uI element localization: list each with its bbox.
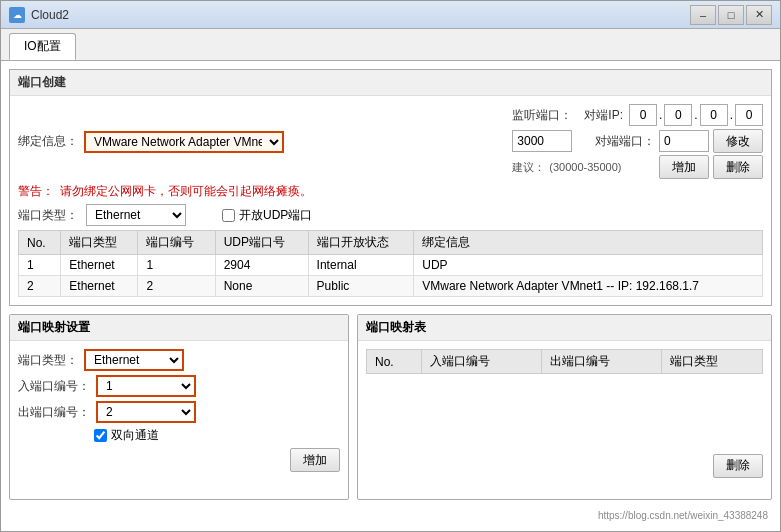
col-type: 端口类型 bbox=[661, 350, 762, 374]
mapping-table: No. 入端口编号 出端口编号 端口类型 bbox=[366, 349, 763, 434]
remote-ip-group: . . . bbox=[629, 104, 763, 126]
mapping-table-header: No. 入端口编号 出端口编号 端口类型 bbox=[367, 350, 763, 374]
remote-ip-label: 对端IP: bbox=[584, 107, 623, 124]
footer-url: https://blog.csdn.net/weixin_43388248 bbox=[598, 510, 768, 521]
col-in: 入端口编号 bbox=[422, 350, 542, 374]
cell-num: 2 bbox=[138, 276, 215, 297]
port-type-select[interactable]: Ethernet bbox=[86, 204, 186, 226]
cell-type: Ethernet bbox=[61, 276, 138, 297]
port-table-section: No. 端口类型 端口编号 UDP端口号 端口开放状态 绑定信息 1 bbox=[18, 230, 763, 297]
mapping-delete-row: 删除 bbox=[366, 454, 763, 478]
port-create-body: 绑定信息： VMware Network Adapter VMnet1 -- I… bbox=[10, 96, 771, 305]
udp-label: 开放UDP端口 bbox=[239, 207, 312, 224]
remote-ip-4[interactable] bbox=[735, 104, 763, 126]
listen-port-label: 监听端口： bbox=[512, 107, 572, 124]
binding-select[interactable]: VMware Network Adapter VMnet1 -- IP: 192… bbox=[84, 131, 284, 153]
cell-binding: VMware Network Adapter VMnet1 -- IP: 192… bbox=[414, 276, 763, 297]
remote-ip-1[interactable] bbox=[629, 104, 657, 126]
cell-status: Internal bbox=[308, 255, 414, 276]
cell-status: Public bbox=[308, 276, 414, 297]
mapping-settings-body: 端口类型： Ethernet 入端口编号： 1 2 bbox=[10, 341, 348, 480]
out-port-row: 出端口编号： 2 1 bbox=[18, 401, 340, 423]
title-bar: ☁ Cloud2 – □ ✕ bbox=[1, 1, 780, 29]
out-port-select[interactable]: 2 1 bbox=[96, 401, 196, 423]
in-port-select[interactable]: 1 2 bbox=[96, 375, 196, 397]
port-mapping-settings: 端口映射设置 端口类型： Ethernet 入端口编号： bbox=[9, 314, 349, 500]
mapping-type-label: 端口类型： bbox=[18, 352, 78, 369]
main-window: ☁ Cloud2 – □ ✕ IO配置 端口创建 绑定信息： VMware Ne… bbox=[0, 0, 781, 532]
table-header: No. 端口类型 端口编号 UDP端口号 端口开放状态 绑定信息 bbox=[19, 231, 763, 255]
udp-checkbox[interactable] bbox=[222, 209, 235, 222]
warning-row: 警告： 请勿绑定公网网卡，否则可能会引起网络瘫痪。 bbox=[18, 183, 763, 200]
col-out: 出端口编号 bbox=[542, 350, 662, 374]
window-icon: ☁ bbox=[9, 7, 25, 23]
mapping-delete-button[interactable]: 删除 bbox=[713, 454, 763, 478]
bidirectional-checkbox[interactable] bbox=[94, 429, 107, 442]
binding-row: 绑定信息： VMware Network Adapter VMnet1 -- I… bbox=[18, 104, 763, 179]
col-num: 端口编号 bbox=[138, 231, 215, 255]
col-status: 端口开放状态 bbox=[308, 231, 414, 255]
remote-ip-2[interactable] bbox=[664, 104, 692, 126]
cell-binding: UDP bbox=[414, 255, 763, 276]
cell-udp: 2904 bbox=[215, 255, 308, 276]
suggest-range: (30000-35000) bbox=[549, 161, 621, 173]
main-content: 端口创建 绑定信息： VMware Network Adapter VMnet1… bbox=[1, 60, 780, 531]
listen-port-input[interactable] bbox=[512, 130, 572, 152]
out-port-label: 出端口编号： bbox=[18, 404, 90, 421]
port-create-section: 端口创建 绑定信息： VMware Network Adapter VMnet1… bbox=[9, 69, 772, 306]
tab-bar: IO配置 bbox=[1, 29, 780, 60]
in-port-row: 入端口编号： 1 2 bbox=[18, 375, 340, 397]
mapping-type-select[interactable]: Ethernet bbox=[84, 349, 184, 371]
cell-no: 1 bbox=[19, 255, 61, 276]
mapping-settings-title: 端口映射设置 bbox=[10, 315, 348, 341]
bidirectional-row: 双向通道 bbox=[18, 427, 340, 444]
footer: https://blog.csdn.net/weixin_43388248 bbox=[9, 508, 772, 523]
title-bar-buttons: – □ ✕ bbox=[690, 5, 772, 25]
maximize-button[interactable]: □ bbox=[718, 5, 744, 25]
mapping-empty-row bbox=[367, 374, 763, 434]
cell-type: Ethernet bbox=[61, 255, 138, 276]
cell-udp: None bbox=[215, 276, 308, 297]
col-no: No. bbox=[367, 350, 422, 374]
col-binding: 绑定信息 bbox=[414, 231, 763, 255]
tab-io-config[interactable]: IO配置 bbox=[9, 33, 76, 60]
bidirectional-text: 双向通道 bbox=[111, 427, 159, 444]
remote-port-label: 对端端口： bbox=[595, 133, 655, 150]
port-create-title: 端口创建 bbox=[10, 70, 771, 96]
mapping-type-row: 端口类型： Ethernet bbox=[18, 349, 340, 371]
warning-label: 警告： bbox=[18, 183, 54, 200]
col-udp: UDP端口号 bbox=[215, 231, 308, 255]
bottom-section: 端口映射设置 端口类型： Ethernet 入端口编号： bbox=[9, 314, 772, 500]
table-row[interactable]: 2 Ethernet 2 None Public VMware Network … bbox=[19, 276, 763, 297]
mapping-table-title: 端口映射表 bbox=[358, 315, 771, 341]
mapping-add-button[interactable]: 增加 bbox=[290, 448, 340, 472]
suggest-text: 建议： bbox=[512, 160, 545, 175]
in-port-label: 入端口编号： bbox=[18, 378, 90, 395]
mapping-table-body: No. 入端口编号 出端口编号 端口类型 bbox=[358, 341, 771, 486]
close-button[interactable]: ✕ bbox=[746, 5, 772, 25]
bidirectional-label[interactable]: 双向通道 bbox=[94, 427, 159, 444]
cell-num: 1 bbox=[138, 255, 215, 276]
col-type: 端口类型 bbox=[61, 231, 138, 255]
add-button-top[interactable]: 增加 bbox=[659, 155, 709, 179]
remote-ip-3[interactable] bbox=[700, 104, 728, 126]
modify-button[interactable]: 修改 bbox=[713, 129, 763, 153]
port-type-row: 端口类型： Ethernet 开放UDP端口 bbox=[18, 204, 763, 226]
mapping-add-row: 增加 bbox=[18, 448, 340, 472]
minimize-button[interactable]: – bbox=[690, 5, 716, 25]
udp-checkbox-label[interactable]: 开放UDP端口 bbox=[222, 207, 312, 224]
port-table: No. 端口类型 端口编号 UDP端口号 端口开放状态 绑定信息 1 bbox=[18, 230, 763, 297]
col-no: No. bbox=[19, 231, 61, 255]
window-title: Cloud2 bbox=[31, 8, 690, 22]
remote-port-input[interactable] bbox=[659, 130, 709, 152]
delete-button-top[interactable]: 删除 bbox=[713, 155, 763, 179]
port-type-label: 端口类型： bbox=[18, 207, 78, 224]
port-mapping-table-section: 端口映射表 No. 入端口编号 出端口编号 端口类型 bbox=[357, 314, 772, 500]
cell-no: 2 bbox=[19, 276, 61, 297]
binding-label: 绑定信息： bbox=[18, 133, 78, 150]
table-row[interactable]: 1 Ethernet 1 2904 Internal UDP bbox=[19, 255, 763, 276]
warning-text: 请勿绑定公网网卡，否则可能会引起网络瘫痪。 bbox=[60, 183, 312, 200]
